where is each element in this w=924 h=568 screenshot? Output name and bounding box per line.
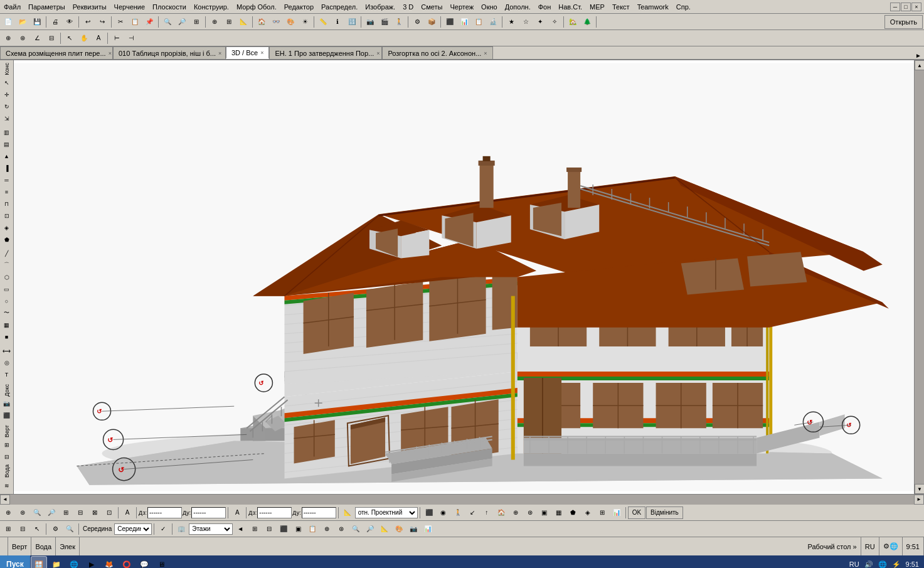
lt-morph[interactable]: ⬟ (1, 234, 13, 245)
bt1-snap1[interactable]: ⊕ (1, 506, 15, 520)
bt2-floor-nav5[interactable]: ▣ (291, 522, 305, 536)
tab-rozgort[interactable]: Розгортка по осі 2. Аксонон... × (382, 46, 492, 59)
tb2-snap[interactable]: ⊕ (1, 31, 15, 45)
tb-plan[interactable]: 📋 (472, 15, 486, 29)
view-select[interactable]: отн. Проектний (355, 507, 418, 518)
taskbar-icon-skype[interactable]: 💬 (136, 556, 152, 568)
menu-teamwork[interactable]: Teamwork (634, 2, 672, 12)
menu-planes[interactable]: Плоскости (149, 2, 190, 12)
menu-morph[interactable]: Морф Обол. (233, 2, 280, 12)
menu-file[interactable]: Файл (0, 2, 24, 12)
lt-rotate[interactable]: ↻ (1, 101, 13, 112)
bt2-floor-nav13[interactable]: 📷 (406, 522, 420, 536)
lt-fill[interactable]: ■ (1, 331, 13, 343)
tab-rozgort-close[interactable]: × (484, 50, 487, 56)
lt-vert2[interactable]: ⊟ (1, 451, 13, 463)
3d-view-canvas[interactable]: ↺ ↺ ↺ ↺ ↺ ↺ (14, 60, 914, 494)
tb2-ortho[interactable]: ⊟ (45, 31, 58, 45)
lt-beam[interactable]: ═ (1, 174, 13, 186)
menu-text[interactable]: Текст (608, 2, 634, 12)
tab-3d-close[interactable]: × (260, 50, 263, 56)
bt2-floor-nav1[interactable]: ◄ (233, 522, 247, 536)
bt2-ok-icon[interactable]: ✓ (156, 522, 170, 536)
lt-line[interactable]: ╱ (1, 248, 13, 259)
scroll-right-button[interactable]: ► (914, 495, 924, 505)
lt-label-btn[interactable]: ◎ (1, 357, 13, 368)
minimize-button[interactable]: ─ (890, 3, 900, 11)
lt-roof[interactable]: ▲ (1, 151, 13, 162)
bt1-zoom2[interactable]: 🔎 (45, 506, 58, 520)
bt2-floor-nav4[interactable]: ⬛ (277, 522, 290, 536)
tb2-a[interactable]: A (92, 31, 105, 45)
taskbar-icon-firefox[interactable]: 🦊 (101, 556, 117, 568)
scroll-track-vertical[interactable] (915, 70, 924, 484)
taskbar-icon-ie[interactable]: 🌐 (66, 556, 82, 568)
bt2-floor-nav10[interactable]: 🔎 (363, 522, 377, 536)
tb-layer[interactable]: 📐 (236, 15, 250, 29)
tb-preview[interactable]: 👁 (63, 15, 77, 29)
tb-cut[interactable]: ✂ (114, 15, 127, 29)
tb-settings[interactable]: ⚙ (410, 15, 424, 29)
cancel-button[interactable]: Відмінить (646, 506, 683, 519)
bt1-nav3[interactable]: 🚶 (451, 506, 465, 520)
taskbar-icon-folder[interactable]: 📁 (48, 556, 65, 568)
tb-calc[interactable]: 🔢 (345, 15, 359, 29)
bt2-floor-nav11[interactable]: 📐 (378, 522, 391, 536)
bt2-floor-icon[interactable]: 🏢 (174, 522, 188, 536)
bt1-b[interactable]: A (230, 506, 244, 520)
tb2-magnet[interactable]: ⊛ (16, 31, 29, 45)
bt1-nav4[interactable]: ↙ (465, 506, 479, 520)
lt-spline[interactable]: 〜 (1, 308, 13, 319)
lt-select[interactable]: ↖ (1, 77, 13, 88)
tab-3d[interactable]: 3D / Все × (226, 46, 269, 59)
tb-sun[interactable]: ☀ (298, 15, 312, 29)
menu-editor[interactable]: Редактор (280, 2, 317, 12)
tb-star2[interactable]: ☆ (519, 15, 533, 29)
tab-en1-close[interactable]: × (376, 50, 380, 56)
tb-copy[interactable]: 📋 (128, 15, 142, 29)
bt1-nav5[interactable]: ↑ (480, 506, 494, 520)
lt-move[interactable]: ✛ (1, 89, 13, 100)
bt1-zoom6[interactable]: ⊡ (102, 506, 116, 520)
bt1-snap2[interactable]: ⊛ (16, 506, 29, 520)
tb-redo[interactable]: ↪ (95, 15, 109, 29)
menu-3d[interactable]: 3 D (399, 2, 417, 12)
tb-paste[interactable]: 📌 (142, 15, 156, 29)
tb-render[interactable]: 🎨 (284, 15, 297, 29)
scroll-left-button[interactable]: ◄ (0, 495, 10, 505)
bt2-floor-nav6[interactable]: 📋 (305, 522, 319, 536)
tb-undo[interactable]: ↩ (81, 15, 95, 29)
lt-arc[interactable]: ⌒ (1, 260, 13, 271)
taskbar-icon-media[interactable]: ▶ (83, 556, 100, 568)
bt1-nav10[interactable]: ▦ (552, 506, 566, 520)
lt-hatch[interactable]: ▦ (1, 319, 13, 331)
menu-requisites[interactable]: Реквизиты (69, 2, 110, 12)
bt1-nav8[interactable]: ⊛ (523, 506, 537, 520)
tab-table[interactable]: 010 Таблиця прорізів, ніш і б... × (113, 46, 226, 59)
menu-construct[interactable]: Конструир. (190, 2, 233, 12)
systray-network[interactable]: 🌐 (878, 560, 887, 569)
systray-volume[interactable]: 🔊 (864, 560, 873, 569)
bt2-btn2[interactable]: ⊟ (16, 522, 29, 536)
bt1-a[interactable]: A (120, 506, 134, 520)
lt-poly[interactable]: ⬡ (1, 272, 13, 283)
bt2-floor-nav9[interactable]: 🔍 (349, 522, 363, 536)
lt-column[interactable]: ▐ (1, 163, 13, 174)
tb2-arrow[interactable]: ↖ (63, 31, 77, 45)
bt1-zoom4[interactable]: ⊟ (73, 506, 87, 520)
tb-save[interactable]: 💾 (30, 15, 44, 29)
bt1-zoom3[interactable]: ⊞ (59, 506, 73, 520)
lt-voda2[interactable]: ⊓ (1, 492, 13, 495)
tb-3d[interactable]: 🏠 (255, 15, 268, 29)
menu-help[interactable]: Спр. (672, 2, 694, 12)
lt-vert1[interactable]: ⊞ (1, 439, 13, 451)
lt-door[interactable]: ⊓ (1, 198, 13, 210)
bt1-zoom1[interactable]: 🔍 (30, 506, 44, 520)
bt2-floor-nav3[interactable]: ⊟ (262, 522, 276, 536)
lt-circle[interactable]: ○ (1, 296, 13, 307)
tb-walk[interactable]: 🚶 (392, 15, 406, 29)
bt1-nav11[interactable]: ⬟ (566, 506, 580, 520)
tb-elevation[interactable]: 📊 (457, 15, 471, 29)
tb-elements[interactable]: 📦 (425, 15, 438, 29)
tb-info[interactable]: ℹ (331, 15, 344, 29)
